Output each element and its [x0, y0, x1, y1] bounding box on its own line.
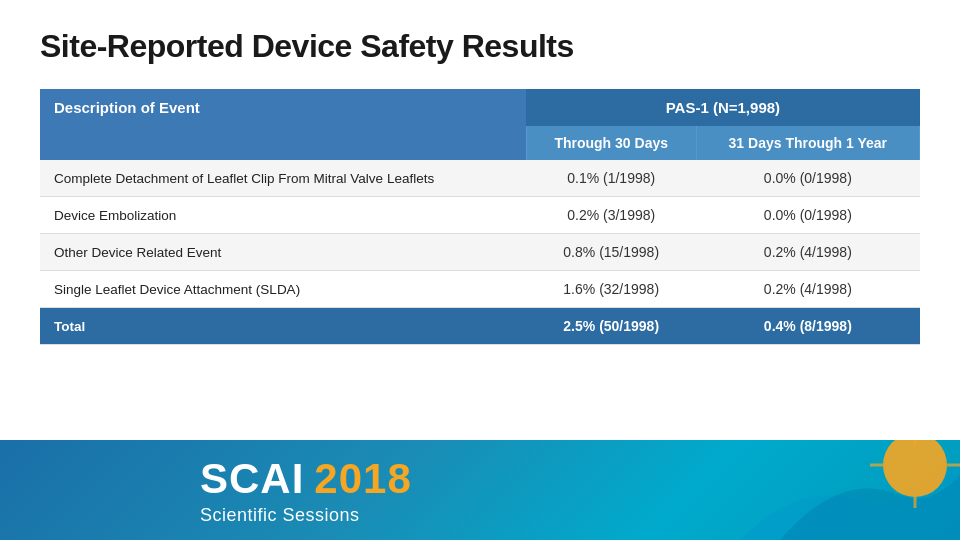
total-through30: 2.5% (50/1998) [526, 308, 696, 345]
brand-year: 2018 [314, 455, 411, 503]
col1-subheader [40, 126, 526, 160]
brand-name: SCAI [200, 458, 304, 500]
results-table: Description of Event PAS-1 (N=1,998) Thr… [40, 89, 920, 345]
table-body: Complete Detachment of Leaflet Clip From… [40, 160, 920, 345]
total-through1yr: 0.4% (8/1998) [696, 308, 919, 345]
total-row: Total2.5% (50/1998)0.4% (8/1998) [40, 308, 920, 345]
table-row: Complete Detachment of Leaflet Clip From… [40, 160, 920, 197]
table-row: Single Leaflet Device Attachment (SLDA)1… [40, 271, 920, 308]
row-through1yr: 0.2% (4/1998) [696, 271, 919, 308]
row-description: Complete Detachment of Leaflet Clip From… [40, 160, 526, 197]
row-through30: 0.2% (3/1998) [526, 197, 696, 234]
footer-decoration [740, 440, 960, 540]
page-title: Site-Reported Device Safety Results [40, 28, 920, 65]
col3-header: 31 Days Through 1 Year [696, 126, 919, 160]
total-label: Total [40, 308, 526, 345]
row-through30: 0.1% (1/1998) [526, 160, 696, 197]
footer-bar: SCAI 2018 Scientific Sessions [0, 440, 960, 540]
row-through1yr: 0.2% (4/1998) [696, 234, 919, 271]
table-row: Other Device Related Event0.8% (15/1998)… [40, 234, 920, 271]
brand-subtitle: Scientific Sessions [200, 505, 360, 526]
col1-header: Description of Event [40, 89, 526, 126]
main-content: Site-Reported Device Safety Results Desc… [0, 0, 960, 345]
row-through1yr: 0.0% (0/1998) [696, 197, 919, 234]
row-description: Device Embolization [40, 197, 526, 234]
row-through1yr: 0.0% (0/1998) [696, 160, 919, 197]
table-row: Device Embolization0.2% (3/1998)0.0% (0/… [40, 197, 920, 234]
row-description: Single Leaflet Device Attachment (SLDA) [40, 271, 526, 308]
row-through30: 0.8% (15/1998) [526, 234, 696, 271]
header-group: PAS-1 (N=1,998) [526, 89, 919, 126]
row-through30: 1.6% (32/1998) [526, 271, 696, 308]
col2-header: Through 30 Days [526, 126, 696, 160]
row-description: Other Device Related Event [40, 234, 526, 271]
scai-logo: SCAI 2018 Scientific Sessions [200, 455, 412, 526]
